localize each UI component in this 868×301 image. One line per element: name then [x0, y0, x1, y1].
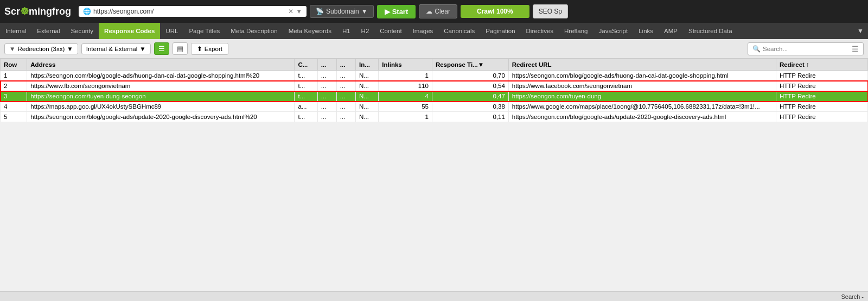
table-row[interactable]: 5https://seongon.com/blog/google-ads/upd… — [1, 112, 868, 122]
export-button[interactable]: ⬆ Export — [191, 43, 228, 55]
filter-label: Redirection (3xx) — [17, 46, 65, 52]
settings-icon[interactable]: ☰ — [852, 45, 859, 53]
cell-dot2: ... — [336, 71, 355, 81]
search-input[interactable] — [763, 46, 850, 52]
cell-address: https://seongon.com/tuyen-dung-seongon — [27, 91, 295, 102]
cell-response-time: 0,11 — [432, 112, 508, 122]
cell-redirect-type: HTTP Redire — [776, 81, 867, 91]
table-row[interactable]: 4https://maps.app.goo.gl/UX4okUstySBGHmc… — [1, 102, 868, 112]
seo-label: SEO Sp — [539, 8, 562, 15]
col-header-dot2[interactable]: ... — [336, 59, 355, 71]
funnel-icon: ▼ — [9, 46, 15, 52]
col-header-redirect-type[interactable]: Redirect ↑ — [776, 59, 867, 71]
subdomain-button[interactable]: 📡 Subdomain ▼ — [310, 5, 374, 18]
nav-tab-internal[interactable]: Internal — [0, 23, 31, 39]
nav-tab-images[interactable]: Images — [407, 23, 439, 39]
cell-inlinks: 110 — [379, 81, 432, 91]
table-row[interactable]: 2https://www.fb.com/seongonvietnamt.....… — [1, 81, 868, 91]
cell-c: t... — [295, 91, 317, 102]
nav-tab-external[interactable]: External — [31, 23, 65, 39]
cell-address: https://seongon.com/blog/google-ads/upda… — [27, 112, 295, 122]
nav-tab-meta-keywords[interactable]: Meta Keywords — [283, 23, 337, 39]
cell-row: 2 — [1, 81, 27, 91]
seo-spider-button[interactable]: SEO Sp — [533, 4, 568, 18]
cell-redirect-type: HTTP Redire — [776, 102, 867, 112]
col-header-row[interactable]: Row — [1, 59, 27, 71]
cell-row: 5 — [1, 112, 27, 122]
topbar: Scr☸mingfrog 🌐 https://seongon.com/ ✕ ▼ … — [0, 0, 868, 23]
cell-in: N... — [356, 71, 379, 81]
cell-dot1: ... — [317, 91, 336, 102]
cell-redirect-type: HTTP Redire — [776, 71, 867, 81]
url-display: https://seongon.com/ — [93, 8, 286, 15]
col-header-c[interactable]: C... — [295, 59, 317, 71]
cell-inlinks: 1 — [379, 71, 432, 81]
list-view-button[interactable]: ☰ — [154, 42, 169, 55]
cell-redirect-url: https://seongon.com/tuyen-dung — [508, 91, 776, 102]
nav-tab-h2[interactable]: H2 — [356, 23, 375, 39]
cell-c: a... — [295, 102, 317, 112]
nav-tab-page-titles[interactable]: Page Titles — [183, 23, 225, 39]
nav-tab-content[interactable]: Content — [374, 23, 407, 39]
filter-button[interactable]: ▼ Redirection (3xx) ▼ — [4, 43, 78, 54]
cell-response-time: 0,70 — [432, 71, 508, 81]
cell-redirect-url: https://seongon.com/blog/google-ads/upda… — [508, 112, 776, 122]
url-bar: 🌐 https://seongon.com/ ✕ ▼ — [79, 6, 307, 17]
nav-tab-javascript[interactable]: JavaScript — [593, 23, 634, 39]
col-header-address[interactable]: Address — [27, 59, 295, 71]
table-body: 1https://seongon.com/blog/google-ads/huo… — [1, 71, 868, 122]
col-header-inlinks[interactable]: Inlinks — [379, 59, 432, 71]
cell-response-time: 0,47 — [432, 91, 508, 102]
cell-c: t... — [295, 112, 317, 122]
nav-tab-response-codes[interactable]: Response Codes — [99, 23, 160, 39]
subdomain-arrow-icon: ▼ — [361, 8, 368, 15]
nav-tab-directives[interactable]: Directives — [521, 23, 559, 39]
cell-response-time: 0,38 — [432, 102, 508, 112]
nav-tab-pagination[interactable]: Pagination — [480, 23, 520, 39]
cell-row: 4 — [1, 102, 27, 112]
url-close-icon[interactable]: ✕ — [288, 8, 293, 15]
col-header-response[interactable]: Response Ti...▼ — [432, 59, 508, 71]
clear-button[interactable]: ☁ Clear — [419, 4, 457, 18]
col-header-dot1[interactable]: ... — [317, 59, 336, 71]
cell-address: https://seongon.com/blog/google-ads/huon… — [27, 71, 295, 81]
nav-tab-amp[interactable]: AMP — [659, 23, 683, 39]
subdomain-icon: 📡 — [316, 8, 324, 15]
cell-dot1: ... — [317, 112, 336, 122]
col-header-redirect-url[interactable]: Redirect URL — [508, 59, 776, 71]
cell-inlinks: 1 — [379, 112, 432, 122]
cell-inlinks: 55 — [379, 102, 432, 112]
scope-dropdown[interactable]: Internal & External ▼ — [81, 43, 151, 54]
nav-tabs: InternalExternalSecurityResponse CodesUR… — [0, 23, 868, 39]
nav-tab-security[interactable]: Security — [66, 23, 99, 39]
cell-in: N... — [356, 91, 379, 102]
nav-tab-canonicals[interactable]: Canonicals — [438, 23, 480, 39]
start-label: Start — [392, 8, 409, 16]
upload-icon: ☁ — [426, 8, 432, 15]
nav-tab-meta-description[interactable]: Meta Description — [225, 23, 283, 39]
crawl-label: Crawl 100% — [477, 8, 513, 15]
url-dropdown-icon[interactable]: ▼ — [296, 8, 302, 15]
chart-icon: ▤ — [177, 45, 183, 53]
nav-tab-hreflang[interactable]: Hreflang — [559, 23, 593, 39]
cell-redirect-type: HTTP Redire — [776, 91, 867, 102]
table-row[interactable]: 1https://seongon.com/blog/google-ads/huo… — [1, 71, 868, 81]
nav-tab-more[interactable]: ▼ — [853, 23, 868, 39]
nav-tab-h1[interactable]: H1 — [337, 23, 356, 39]
nav-tab-url[interactable]: URL — [160, 23, 183, 39]
cell-redirect-url: https://www.google.com/maps/place/1oong/… — [508, 102, 776, 112]
cell-dot1: ... — [317, 71, 336, 81]
nav-tab-structured-data[interactable]: Structured Data — [683, 23, 738, 39]
filter-arrow-icon: ▼ — [67, 46, 73, 52]
toolbar: ▼ Redirection (3xx) ▼ Internal & Externa… — [0, 39, 868, 59]
col-header-in[interactable]: In... — [356, 59, 379, 71]
start-button[interactable]: ▶ Start — [377, 5, 416, 18]
table-row[interactable]: 3https://seongon.com/tuyen-dung-seongont… — [1, 91, 868, 102]
cell-dot2: ... — [336, 91, 355, 102]
export-icon: ⬆ — [197, 45, 202, 53]
cell-row: 1 — [1, 71, 27, 81]
chart-view-button[interactable]: ▤ — [173, 42, 188, 55]
table-header-row: Row Address C... ... ... In... Inlinks R… — [1, 59, 868, 71]
nav-tab-links[interactable]: Links — [633, 23, 659, 39]
crawl-button[interactable]: Crawl 100% — [461, 5, 529, 18]
